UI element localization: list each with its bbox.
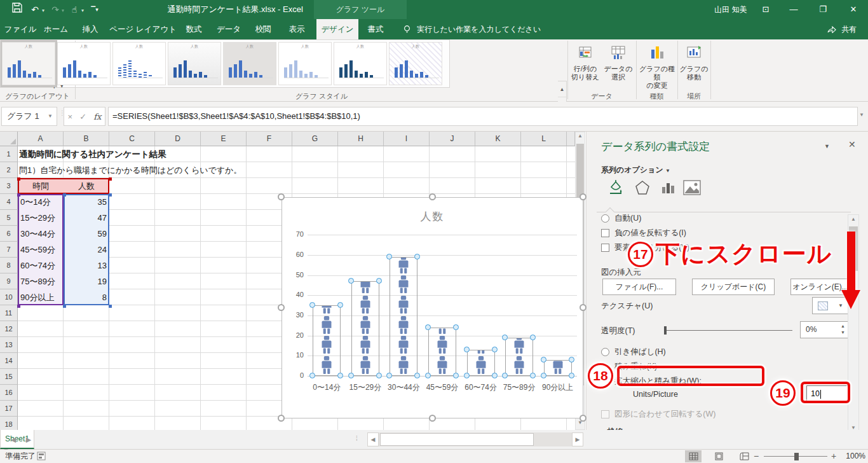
bar-45〜59分[interactable]	[428, 328, 456, 376]
chart-style-thumb-2[interactable]: 人数	[57, 42, 111, 85]
formula-input[interactable]: =SERIES(Sheet1!$B$3,Sheet1!$A$4:$A$10,Sh…	[108, 107, 858, 126]
chart-selection-handle[interactable]	[278, 304, 285, 311]
row-header-12[interactable]: 12	[0, 321, 18, 337]
row-header-4[interactable]: 4	[0, 194, 18, 210]
table-row-7-value[interactable]: 24	[64, 242, 109, 258]
column-header-B[interactable]: B	[64, 132, 109, 146]
chart-selection-handle[interactable]	[278, 415, 285, 422]
zoom-out-icon[interactable]: −	[754, 450, 759, 463]
chart-selection-handle[interactable]	[580, 193, 587, 200]
zoom-slider-thumb[interactable]	[794, 453, 799, 460]
tab-ホーム[interactable]: ホーム	[41, 19, 71, 39]
bar-75〜89分[interactable]	[505, 338, 533, 376]
table-row-4-category[interactable]: 0〜14分	[18, 194, 64, 210]
switch-row-column-button[interactable]: 行/列の 切り替え	[569, 41, 601, 92]
table-row-10-category[interactable]: 90分以上	[18, 289, 64, 305]
enter-icon[interactable]: ✓	[79, 112, 86, 121]
table-row-7-category[interactable]: 45〜59分	[18, 242, 64, 258]
radio-stretch[interactable]: 引き伸ばし(H)	[601, 347, 666, 357]
table-row-8-category[interactable]: 60〜74分	[18, 258, 64, 273]
series-options-icon[interactable]	[658, 177, 678, 198]
ribbon-options-icon[interactable]: ⊡	[755, 0, 776, 19]
row-header-14[interactable]: 14	[0, 353, 18, 369]
series-options-label[interactable]: 系列のオプション ▼	[601, 165, 670, 176]
tab-データ[interactable]: データ	[211, 19, 247, 39]
scroll-up-icon[interactable]: ▲	[575, 133, 585, 139]
column-header-H[interactable]: H	[338, 132, 384, 146]
table-row-6-value[interactable]: 59	[64, 226, 109, 242]
customize-qat-icon[interactable]: ▔▾	[88, 3, 102, 17]
row-header-2[interactable]: 2	[0, 162, 18, 178]
save-icon[interactable]	[10, 3, 24, 17]
macro-record-icon[interactable]	[37, 452, 46, 462]
tab-デザイン[interactable]: デザイン	[316, 19, 358, 39]
table-row-9-value[interactable]: 19	[64, 273, 109, 289]
checkbox-invert-negative[interactable]: 負の値を反転する(I)	[601, 228, 686, 238]
change-chart-type-button[interactable]: グラフの種類 の変更	[638, 41, 676, 92]
column-header-F[interactable]: F	[247, 132, 292, 146]
pane-scroll-up-icon[interactable]: ▲	[848, 216, 859, 222]
column-header-I[interactable]: I	[384, 132, 430, 146]
effects-pentagon-icon[interactable]	[632, 177, 653, 198]
undo-dropdown-icon[interactable]: ▾	[42, 8, 44, 13]
row-header-11[interactable]: 11	[0, 305, 18, 321]
fill-bucket-icon[interactable]	[606, 177, 626, 198]
embedded-chart[interactable]: 人数 0102030405060700〜14分15〜29分30〜44分45〜59…	[281, 197, 583, 418]
tab-書式[interactable]: 書式	[361, 19, 390, 39]
column-header-D[interactable]: D	[155, 132, 201, 146]
table-row-5-category[interactable]: 15〜29分	[18, 210, 64, 226]
touch-mode-icon[interactable]: ☝	[67, 3, 81, 17]
chart-style-thumb-7[interactable]: 人数	[334, 42, 387, 85]
table-row-6-category[interactable]: 30〜44分	[18, 226, 64, 242]
move-chart-button[interactable]: グラフの 移動	[679, 41, 709, 92]
tab-ファイル[interactable]: ファイル	[4, 19, 37, 39]
table-row-8-value[interactable]: 13	[64, 258, 109, 273]
chart-style-thumb-1[interactable]: 人数	[2, 42, 55, 85]
hscroll-right-icon[interactable]: ▶	[572, 432, 583, 446]
row-header-13[interactable]: 13	[0, 337, 18, 353]
row-header-8[interactable]: 8	[0, 258, 18, 273]
chart-selection-handle[interactable]	[580, 304, 587, 311]
tab-表示[interactable]: 表示	[281, 19, 313, 39]
picture-icon[interactable]	[682, 177, 702, 198]
select-all-corner[interactable]	[0, 132, 18, 146]
transparency-value-box[interactable]: 0% ▲▼	[800, 321, 848, 338]
chart-style-thumb-3[interactable]: 人数	[112, 42, 166, 85]
chart-title[interactable]: 人数	[282, 209, 583, 224]
hscroll-left-icon[interactable]: ◀	[367, 432, 379, 446]
sheet-nav-right-icon[interactable]: ▶	[22, 430, 36, 449]
column-header-C[interactable]: C	[109, 132, 155, 146]
tab-挿入[interactable]: 挿入	[75, 19, 105, 39]
column-header-K[interactable]: K	[475, 132, 521, 146]
row-header-10[interactable]: 10	[0, 289, 18, 305]
tab-scrollbar-splitter[interactable]: ⁞	[356, 435, 358, 442]
name-box[interactable]: グラフ 1▼	[1, 107, 57, 126]
restore-icon[interactable]: ❐	[812, 0, 834, 19]
close-icon[interactable]: ✕	[843, 0, 864, 19]
row-header-18[interactable]: 18	[0, 417, 18, 430]
bar-0〜14分[interactable]	[313, 305, 341, 376]
bar-30〜44分[interactable]	[390, 257, 417, 376]
cell-a2[interactable]: 問1）自宅から職場までにかかる時間はどのくらいですか。	[19, 162, 337, 178]
undo-icon[interactable]: ↶	[28, 3, 42, 17]
zoom-level[interactable]: 100%	[839, 450, 865, 463]
chart-selection-handle[interactable]	[580, 415, 587, 422]
name-box-dropdown-icon[interactable]: ▼	[48, 107, 53, 125]
bar-15〜29分[interactable]	[351, 281, 379, 376]
table-row-5-value[interactable]: 47	[64, 210, 109, 226]
cancel-icon[interactable]: ×	[68, 112, 73, 121]
transparency-slider-thumb[interactable]	[664, 326, 667, 335]
chart-selection-handle[interactable]	[429, 193, 436, 200]
column-header-E[interactable]: E	[201, 132, 247, 146]
tell-me-box[interactable]: 実行したい作業を入力してください	[403, 19, 541, 39]
row-header-17[interactable]: 17	[0, 401, 18, 417]
tab-校閲[interactable]: 校閲	[249, 19, 277, 39]
chart-selection-handle[interactable]	[429, 415, 436, 422]
row-header-3[interactable]: 3	[0, 178, 18, 194]
chart-style-thumb-4[interactable]: 人数	[168, 42, 221, 85]
transparency-slider-track[interactable]	[665, 330, 792, 331]
insert-function-icon[interactable]: fx	[93, 112, 101, 121]
hscroll-thumb[interactable]	[380, 433, 534, 446]
clipboard-button[interactable]: クリップボード(C)	[692, 279, 775, 295]
table-row-10-value[interactable]: 8	[64, 289, 109, 305]
